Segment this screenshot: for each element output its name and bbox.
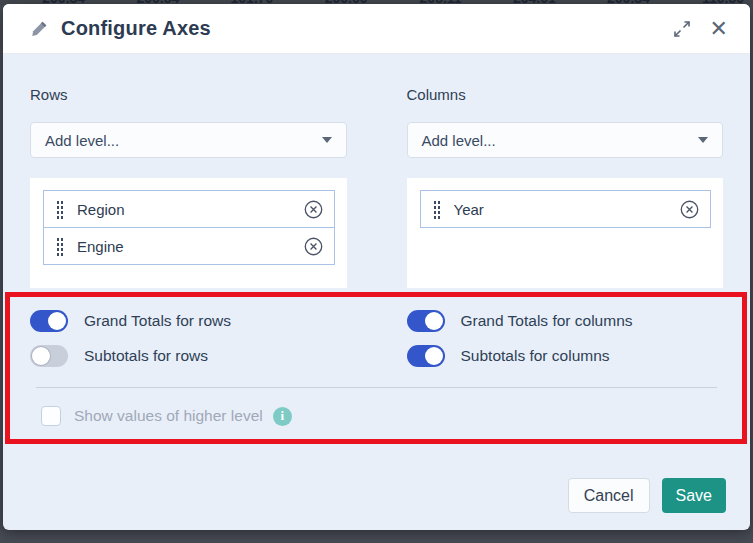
grand-totals-columns-toggle[interactable] — [407, 310, 445, 332]
subtotals-columns-toggle[interactable] — [407, 345, 445, 367]
drag-handle-icon[interactable] — [56, 237, 64, 256]
columns-section: Columns Add level... Year — [407, 87, 724, 288]
rows-label: Rows — [30, 87, 347, 102]
remove-circle-x-icon[interactable] — [679, 199, 700, 220]
rows-add-level-placeholder: Add level... — [45, 132, 119, 149]
toggle-label: Grand Totals for rows — [84, 312, 231, 330]
expand-icon[interactable] — [672, 19, 692, 39]
dialog-title: Configure Axes — [61, 17, 211, 40]
rows-level-panel: Region Engine — [30, 178, 347, 288]
subtotals-columns-row: Subtotals for columns — [407, 345, 724, 367]
columns-level-panel: Year — [407, 178, 724, 288]
show-values-label: Show values of higher level — [74, 407, 263, 425]
remove-circle-x-icon[interactable] — [303, 199, 324, 220]
drag-handle-icon[interactable] — [56, 200, 64, 219]
toggle-label: Subtotals for columns — [461, 347, 610, 365]
chevron-down-icon — [322, 137, 332, 143]
level-item-engine[interactable]: Engine — [43, 227, 335, 265]
configure-axes-dialog: Configure Axes ✕ Rows Add level... — [3, 4, 750, 530]
totals-section: Grand Totals for rows Grand Totals for c… — [30, 310, 723, 367]
level-item-label: Region — [77, 201, 125, 218]
grand-totals-columns-row: Grand Totals for columns — [407, 310, 724, 332]
grand-totals-rows-row: Grand Totals for rows — [30, 310, 347, 332]
footer-actions: Cancel Save — [568, 478, 726, 513]
grand-totals-rows-toggle[interactable] — [30, 310, 68, 332]
level-item-year[interactable]: Year — [420, 190, 712, 228]
columns-add-level-placeholder: Add level... — [422, 132, 496, 149]
level-item-label: Engine — [77, 238, 124, 255]
cancel-button[interactable]: Cancel — [568, 478, 650, 513]
rows-add-level-dropdown[interactable]: Add level... — [30, 122, 347, 158]
header-actions: ✕ — [672, 18, 728, 40]
show-values-checkbox[interactable] — [41, 406, 61, 426]
edit-pencil-icon — [31, 20, 48, 37]
drag-handle-icon[interactable] — [433, 200, 441, 219]
dialog-header: Configure Axes ✕ — [3, 4, 750, 54]
chevron-down-icon — [698, 137, 708, 143]
toggle-knob — [48, 312, 66, 330]
axes-grid: Rows Add level... Region — [30, 87, 723, 288]
remove-circle-x-icon[interactable] — [303, 236, 324, 257]
info-icon[interactable]: i — [273, 407, 292, 426]
level-item-label: Year — [454, 201, 484, 218]
rows-section: Rows Add level... Region — [30, 87, 347, 288]
toggle-knob — [32, 347, 50, 365]
toggle-knob — [425, 312, 443, 330]
level-item-region[interactable]: Region — [43, 190, 335, 228]
toggle-label: Subtotals for rows — [84, 347, 208, 365]
columns-add-level-dropdown[interactable]: Add level... — [407, 122, 724, 158]
save-button[interactable]: Save — [662, 478, 726, 513]
dialog-body: Rows Add level... Region — [3, 54, 750, 530]
divider — [36, 387, 717, 388]
toggle-label: Grand Totals for columns — [461, 312, 633, 330]
higher-level-row: Show values of higher level i — [41, 405, 723, 427]
toggle-knob — [425, 347, 443, 365]
subtotals-rows-row: Subtotals for rows — [30, 345, 347, 367]
close-icon[interactable]: ✕ — [710, 18, 728, 40]
columns-label: Columns — [407, 87, 724, 102]
subtotals-rows-toggle[interactable] — [30, 345, 68, 367]
